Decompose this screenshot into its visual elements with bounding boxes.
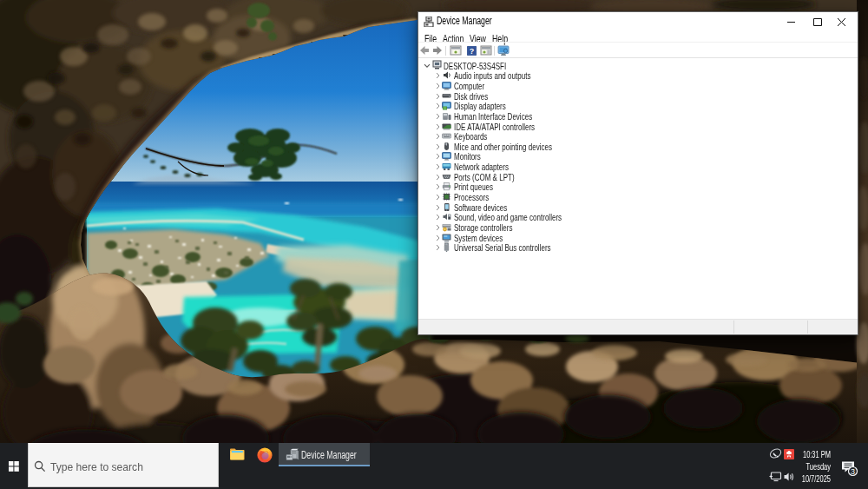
svg-text:3: 3 bbox=[851, 467, 855, 476]
svg-text:?: ? bbox=[470, 47, 475, 56]
